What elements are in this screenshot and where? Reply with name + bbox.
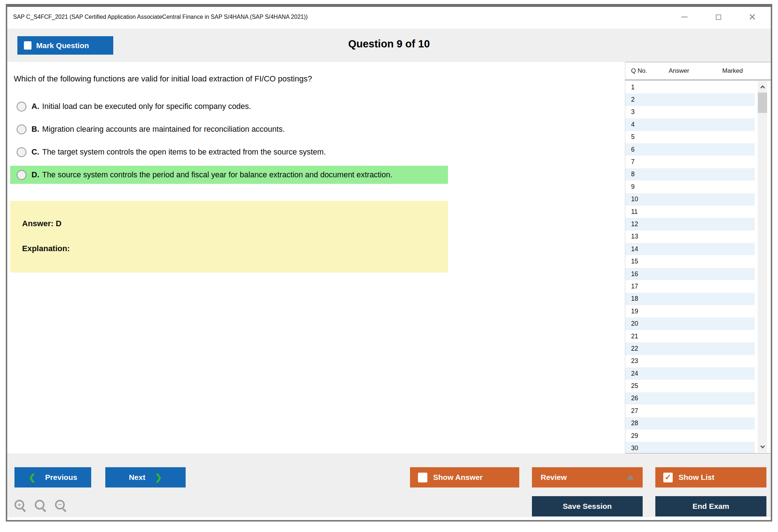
question-number-cell: 14	[631, 245, 638, 253]
scroll-down-button[interactable]	[758, 442, 767, 452]
question-list-row[interactable]: 24	[625, 367, 755, 380]
question-list-row[interactable]: 27	[625, 405, 755, 417]
previous-label: Previous	[45, 473, 77, 482]
question-list-row[interactable]: 8	[625, 168, 755, 181]
next-button[interactable]: Next ❯	[105, 467, 186, 487]
maximize-button[interactable]	[710, 10, 727, 24]
question-list-row[interactable]: 30	[625, 442, 755, 453]
question-number-cell: 30	[631, 444, 638, 452]
question-number-cell: 16	[631, 270, 638, 278]
question-list-row[interactable]: 3	[625, 106, 755, 118]
column-header-answer: Answer	[669, 67, 689, 75]
end-exam-button[interactable]: End Exam	[655, 496, 766, 516]
question-list-row[interactable]: 10	[625, 193, 755, 206]
question-list-panel: Q No. Answer Marked 1 2 3 4 5 6	[625, 62, 771, 453]
question-list-row[interactable]: 22	[625, 342, 755, 355]
question-list-row[interactable]: 16	[625, 268, 755, 280]
search-icon[interactable]	[35, 500, 47, 513]
question-number-cell: 28	[631, 419, 638, 427]
question-number-cell: 18	[631, 295, 638, 303]
question-number-cell: 13	[631, 233, 638, 240]
maximize-icon	[716, 14, 721, 20]
show-list-button[interactable]: ✓ Show List	[655, 467, 766, 487]
header-strip: Mark Question Question 9 of 10	[7, 29, 771, 62]
review-button[interactable]: Review	[532, 467, 643, 487]
title-bar: SAP C_S4FCF_2021 (SAP Certified Applicat…	[7, 7, 771, 29]
question-list-row[interactable]: 4	[625, 118, 755, 131]
chevron-left-icon: ❮	[29, 472, 36, 482]
question-list-row[interactable]: 15	[625, 255, 755, 267]
question-number-cell: 5	[631, 133, 635, 141]
question-number-cell: 22	[631, 345, 638, 352]
scrollbar-thumb[interactable]	[758, 93, 767, 113]
question-number-cell: 3	[631, 108, 635, 116]
answer-option-d[interactable]: D. The source system controls the period…	[10, 166, 448, 184]
zoom-out-icon[interactable]: −	[55, 500, 67, 513]
footer-strip: ❮ Previous Next ❯ Show Answer Review ✓ S…	[7, 453, 771, 517]
show-list-checkbox-icon[interactable]: ✓	[663, 473, 673, 482]
close-button[interactable]: ✕	[744, 10, 761, 24]
show-answer-button[interactable]: Show Answer	[410, 467, 519, 487]
question-list-row[interactable]: 13	[625, 231, 755, 243]
previous-button[interactable]: ❮ Previous	[14, 467, 91, 487]
question-list-row[interactable]: 6	[625, 143, 755, 156]
question-number-cell: 4	[631, 121, 635, 128]
question-list-row[interactable]: 21	[625, 330, 755, 342]
radio-button-icon[interactable]	[17, 147, 26, 157]
radio-button-icon[interactable]	[17, 124, 26, 134]
app-window: SAP C_S4FCF_2021 (SAP Certified Applicat…	[6, 4, 772, 522]
question-panel: Which of the following functions are val…	[7, 62, 625, 453]
show-list-label: Show List	[678, 473, 714, 482]
question-list-row[interactable]: 26	[625, 392, 755, 405]
search-handle	[42, 508, 46, 512]
show-answer-checkbox-icon[interactable]	[418, 473, 427, 482]
question-list-row[interactable]: 17	[625, 280, 755, 292]
minimize-button[interactable]	[676, 10, 693, 24]
scroll-up-button[interactable]	[758, 81, 767, 92]
zoom-toolbar: + −	[14, 500, 67, 513]
chevron-down-icon	[760, 444, 765, 448]
main-area: Which of the following functions are val…	[7, 62, 771, 453]
question-number-cell: 2	[631, 96, 635, 104]
question-list-row[interactable]: 11	[625, 206, 755, 218]
question-list-row[interactable]: 28	[625, 417, 755, 430]
show-answer-label: Show Answer	[433, 473, 483, 482]
question-list-row[interactable]: 23	[625, 355, 755, 367]
question-list-row[interactable]: 18	[625, 293, 755, 305]
option-text: Migration clearing accounts are maintain…	[42, 125, 285, 134]
option-text: The target system controls the open item…	[42, 148, 326, 157]
question-list-row[interactable]: 1	[625, 81, 755, 93]
option-letter: C.	[31, 148, 39, 157]
radio-button-icon[interactable]	[17, 102, 26, 111]
minimize-icon	[681, 17, 688, 17]
save-session-button[interactable]: Save Session	[532, 496, 643, 516]
save-session-label: Save Session	[563, 502, 612, 511]
answer-option-b[interactable]: B. Migration clearing accounts are maint…	[10, 120, 448, 138]
option-letter: B.	[31, 125, 39, 134]
radio-button-icon[interactable]	[17, 170, 26, 180]
question-list: 1 2 3 4 5 6 7 8 9	[625, 81, 771, 453]
question-list-row[interactable]: 20	[625, 317, 755, 330]
option-text: The source system controls the period an…	[42, 170, 393, 180]
question-list-row[interactable]: 7	[625, 156, 755, 168]
window-controls: ✕	[676, 10, 761, 24]
question-list-row[interactable]: 29	[625, 430, 755, 442]
question-number-cell: 9	[631, 183, 635, 191]
question-number-cell: 23	[631, 357, 638, 365]
zoom-out-handle	[62, 508, 67, 512]
answer-option-c[interactable]: C. The target system controls the open i…	[10, 143, 448, 161]
question-number-cell: 1	[631, 84, 635, 91]
question-number-cell: 10	[631, 195, 638, 203]
question-list-scrollbar[interactable]	[758, 81, 767, 452]
answer-option-a[interactable]: A. Initial load can be executed only for…	[10, 97, 448, 115]
question-number-cell: 26	[631, 394, 638, 402]
explanation-label: Explanation:	[22, 244, 448, 253]
question-list-row[interactable]: 25	[625, 380, 755, 392]
question-list-row[interactable]: 12	[625, 218, 755, 230]
zoom-in-icon[interactable]: +	[14, 500, 27, 513]
question-list-row[interactable]: 2	[625, 93, 755, 106]
question-list-row[interactable]: 5	[625, 131, 755, 143]
question-list-row[interactable]: 14	[625, 243, 755, 255]
question-list-row[interactable]: 9	[625, 181, 755, 193]
question-list-row[interactable]: 19	[625, 305, 755, 317]
